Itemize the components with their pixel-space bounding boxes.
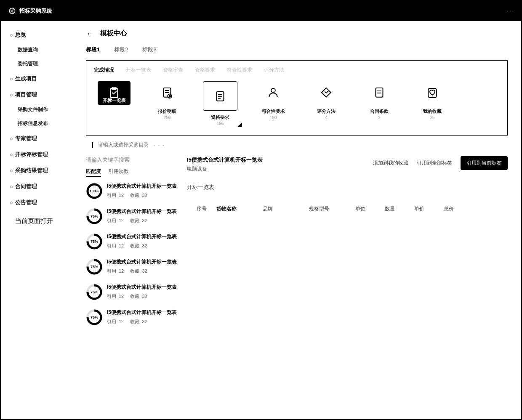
table-column: 货物名称 [216, 203, 263, 215]
result-meta: 引用12 收藏32 [107, 319, 177, 325]
sidebar: 总览数据查询委托管理生成项目项目管理采购文件制作招标信息发布专家管理开标评标管理… [1, 21, 72, 420]
table-column: 规格型号 [309, 203, 355, 215]
open-hint: 当前页面打开 [1, 210, 72, 225]
topbar: 招标采购系统 · · · [1, 1, 521, 21]
detail-sub: 电脑设备 [187, 165, 373, 173]
result-meta: 引用12 收藏32 [107, 268, 177, 274]
diamond-icon [310, 81, 343, 105]
sort-tab[interactable]: 匹配度 [86, 168, 101, 177]
result-item[interactable]: 75%I5便携式台式计算机开标一览表引用12 收藏32 [86, 284, 178, 300]
top-tab[interactable]: 标段3 [142, 46, 156, 53]
detail-title: I5便携式台式计算机开标一览表 [187, 156, 373, 164]
table-column: 数量 [385, 203, 414, 215]
top-tab[interactable]: 标段1 [86, 46, 100, 53]
template-tile[interactable]: 开标一览表 [94, 81, 134, 126]
catalog-hint[interactable]: 请输入或选择采购目录 [98, 141, 149, 149]
dots-icon: · · · [154, 142, 165, 148]
table-column: 序号 [187, 203, 216, 215]
result-item[interactable]: 75%I5便携式台式计算机开标一览表引用12 收藏32 [86, 233, 178, 250]
sidebar-item[interactable]: 招标信息发布 [1, 117, 72, 130]
main: ← 模板中心 标段1标段2标段3 完成情况开标一览表资格审查资格要求符合性要求评… [72, 21, 521, 420]
sort-tabs: 匹配度引用次数 [86, 168, 178, 177]
detail-section: 开标一览表 [187, 183, 508, 191]
result-meta: 引用12 收藏32 [107, 192, 177, 199]
template-tile[interactable]: 评分方法4 [306, 81, 346, 126]
result-title: I5便携式台式计算机开标一览表 [107, 233, 177, 240]
detail-column: I5便携式台式计算机开标一览表 电脑设备 添加到我的收藏 引用到全部标签 引用到… [187, 156, 508, 334]
top-tab[interactable]: 标段2 [114, 46, 128, 53]
template-tile[interactable]: 符合性要求190 [253, 81, 293, 126]
heart-icon [416, 81, 449, 105]
match-ring: 75% [86, 309, 103, 326]
sidebar-item[interactable]: 采购结果管理 [1, 162, 72, 178]
cursor-icon: ◢ [237, 121, 242, 128]
result-item[interactable]: 100%I5便携式台式计算机开标一览表引用12 收藏32 [86, 183, 178, 199]
category-tab[interactable]: 资格要求 [195, 66, 215, 74]
back-arrow-icon[interactable]: ← [86, 29, 94, 38]
search-input[interactable]: 请输入关键字搜索 [86, 156, 178, 164]
result-meta: 引用12 收藏32 [107, 243, 177, 249]
sidebar-item[interactable]: 公告管理 [1, 194, 72, 210]
table-column: 总价 [444, 203, 473, 215]
sidebar-item[interactable]: 委托管理 [1, 57, 72, 71]
table-column: 品牌 [263, 203, 309, 215]
result-item[interactable]: 75%I5便携式台式计算机开标一览表引用12 收藏32 [86, 309, 178, 326]
bar-icon [92, 142, 93, 148]
sidebar-item[interactable]: 数据查询 [1, 43, 72, 57]
tile-label: 报价明细 [147, 108, 187, 114]
template-tile[interactable]: 合同条款2 [359, 81, 399, 126]
tile-label: 资格要求 [200, 114, 240, 120]
tile-count: 2 [359, 115, 399, 120]
match-ring: 100% [86, 183, 103, 199]
doc-lines-icon [203, 81, 237, 111]
result-meta: 引用12 收藏32 [107, 218, 177, 224]
doc-plus-icon [151, 81, 184, 105]
template-tile[interactable]: 报价明细256 [147, 81, 187, 126]
category-tab[interactable]: 符合性要求 [227, 66, 252, 74]
tile-count: 256 [147, 115, 187, 120]
match-ring: 75% [86, 208, 103, 225]
result-title: I5便携式台式计算机开标一览表 [107, 258, 177, 266]
svg-rect-7 [376, 88, 383, 97]
category-tab[interactable]: 评分方法 [264, 66, 284, 74]
category-tab[interactable]: 开标一览表 [126, 66, 151, 74]
svg-rect-8 [428, 88, 436, 98]
table-header: 序号货物名称品牌规格型号单位数量单价总价 [187, 203, 508, 215]
template-tile[interactable]: 资格要求196◢ [200, 81, 240, 126]
tile-row: 开标一览表报价明细256资格要求196◢符合性要求190评分方法4合同条款2我的… [94, 81, 500, 126]
result-item[interactable]: 75%I5便携式台式计算机开标一览表引用12 收藏32 [86, 258, 178, 275]
sidebar-item[interactable]: 生成项目 [1, 71, 72, 87]
sidebar-item[interactable]: 专家管理 [1, 130, 72, 146]
tile-label: 评分方法 [306, 108, 346, 114]
result-title: I5便携式台式计算机开标一览表 [107, 208, 177, 215]
tile-count: 4 [306, 115, 346, 120]
result-title: I5便携式台式计算机开标一览表 [107, 309, 177, 316]
ref-all-button[interactable]: 引用到全部标签 [417, 159, 452, 167]
template-tile[interactable]: 我的收藏25 [412, 81, 453, 126]
sidebar-item[interactable]: 项目管理 [1, 87, 72, 103]
sidebar-item[interactable]: 总览 [1, 27, 72, 43]
tile-count: 190 [253, 115, 293, 120]
result-title: I5便携式台式计算机开标一览表 [107, 183, 177, 190]
brand-icon [8, 7, 16, 15]
topbar-right: · · · [507, 8, 514, 13]
results-column: 请输入关键字搜索 匹配度引用次数 100%I5便携式台式计算机开标一览表引用12… [86, 156, 178, 334]
tile-count: 25 [412, 115, 453, 120]
tile-label: 合同条款 [359, 108, 399, 114]
match-ring: 75% [86, 233, 103, 250]
table-column: 单价 [414, 203, 444, 215]
category-tab[interactable]: 资格审查 [163, 66, 183, 74]
catalog-row: 请输入或选择采购目录 · · · [92, 141, 508, 149]
sidebar-item[interactable]: 开标评标管理 [1, 146, 72, 162]
match-ring: 75% [86, 258, 103, 275]
category-row: 完成情况开标一览表资格审查资格要求符合性要求评分方法 [94, 66, 500, 74]
add-favorite-button[interactable]: 添加到我的收藏 [373, 159, 408, 167]
sidebar-item[interactable]: 采购文件制作 [1, 103, 72, 117]
tile-label: 开标一览表 [94, 97, 134, 104]
sidebar-item[interactable]: 合同管理 [1, 178, 72, 194]
result-item[interactable]: 75%I5便携式台式计算机开标一览表引用12 收藏32 [86, 208, 178, 225]
top-tabs: 标段1标段2标段3 [86, 46, 508, 53]
category-tab[interactable]: 完成情况 [94, 66, 114, 74]
sort-tab[interactable]: 引用次数 [109, 168, 129, 177]
ref-current-button[interactable]: 引用到当前标签 [461, 156, 508, 170]
